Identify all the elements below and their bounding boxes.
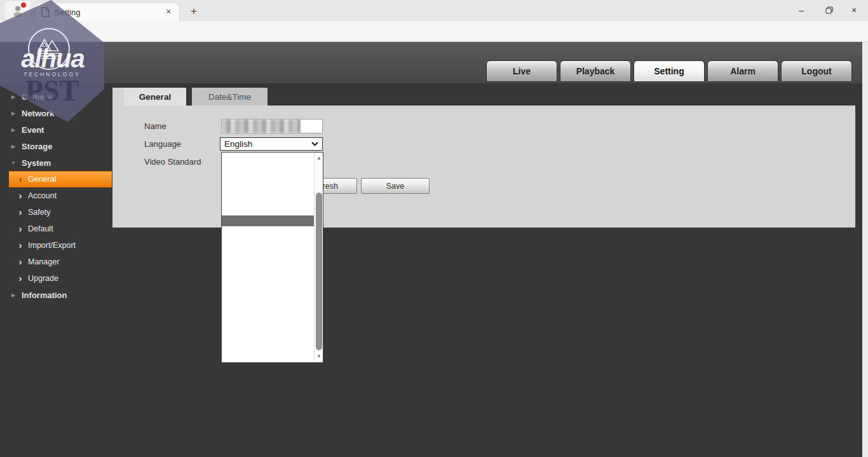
scroll-up-icon[interactable]: ▲ xyxy=(315,154,323,163)
chevron-right-icon: › xyxy=(17,258,24,266)
scroll-down-icon[interactable]: ▼ xyxy=(315,352,323,361)
nav-button-logout[interactable]: Logout xyxy=(781,60,852,82)
name-input[interactable] xyxy=(221,119,323,133)
language-option[interactable] xyxy=(222,257,314,268)
chevron-right-icon: › xyxy=(17,225,24,233)
sidebar-item-network[interactable]: ▶ Network xyxy=(0,105,112,121)
language-option[interactable] xyxy=(222,341,314,352)
sidebar-item-account[interactable]: › Account xyxy=(0,188,112,204)
dropdown-scrollbar[interactable]: ▲ ▼ xyxy=(314,153,323,362)
language-dropdown-list: ▲ ▼ xyxy=(221,152,323,363)
expanded-arrow-icon: ▼ xyxy=(9,160,18,166)
chevron-right-icon: › xyxy=(17,208,24,216)
language-option[interactable] xyxy=(222,278,314,289)
tab-title: Setting xyxy=(55,8,163,17)
sidebar-item-general[interactable]: › General xyxy=(9,171,112,188)
browser-window: Setting × + – × 不安全 xyxy=(0,0,868,457)
chevron-down-icon xyxy=(311,142,318,146)
sidebar: ▶ Camera ▶ Network ▶ Event ▶ Storage ▼ S… xyxy=(0,88,112,303)
chevron-right-icon: › xyxy=(17,242,24,249)
nav-button-alarm[interactable]: Alarm xyxy=(707,60,778,82)
video-standard-label: Video Standard xyxy=(144,157,201,167)
language-option[interactable] xyxy=(222,184,314,195)
sidebar-item-manager[interactable]: › Manager xyxy=(0,254,112,270)
sidebar-item-information[interactable]: ▶ Information xyxy=(0,287,112,303)
language-option[interactable] xyxy=(222,331,314,342)
browser-scrollbar[interactable] xyxy=(862,42,868,457)
browser-profile-button[interactable] xyxy=(5,1,31,20)
browser-tab-setting[interactable]: Setting × xyxy=(36,3,179,21)
language-option[interactable] xyxy=(222,205,314,216)
nav-button-live[interactable]: Live xyxy=(486,60,557,82)
name-label: Name xyxy=(144,121,166,131)
window-restore-button[interactable] xyxy=(815,0,843,20)
language-select-value: English xyxy=(224,139,311,149)
language-option[interactable] xyxy=(222,163,314,174)
language-options xyxy=(222,153,314,362)
notification-dot-icon xyxy=(21,3,26,8)
chevron-right-icon: › xyxy=(17,275,24,282)
redacted-value xyxy=(222,119,301,133)
tab-close-icon[interactable]: × xyxy=(163,6,174,18)
language-option[interactable] xyxy=(222,215,314,226)
nav-button-setting[interactable]: Setting xyxy=(634,60,705,82)
language-option[interactable] xyxy=(222,310,314,321)
collapsed-arrow-icon: ▶ xyxy=(9,111,18,116)
tab-date-time[interactable]: Date&Time xyxy=(192,88,268,106)
chevron-right-icon: › xyxy=(17,175,24,183)
sidebar-item-default[interactable]: › Default xyxy=(0,221,112,237)
collapsed-arrow-icon: ▶ xyxy=(9,94,18,100)
browser-addressbar: 不安全 192.168.1.108 A) e xyxy=(0,21,868,42)
language-option[interactable] xyxy=(222,226,314,237)
tab-general[interactable]: General xyxy=(124,88,186,106)
language-option[interactable] xyxy=(222,174,314,184)
collapsed-arrow-icon: ▶ xyxy=(9,127,18,133)
language-option[interactable] xyxy=(222,299,314,310)
language-option[interactable] xyxy=(222,247,314,258)
sidebar-item-system[interactable]: ▼ System xyxy=(0,154,112,171)
language-option[interactable] xyxy=(222,320,314,331)
sidebar-item-event[interactable]: ▶ Event xyxy=(0,121,112,138)
collapsed-arrow-icon: ▶ xyxy=(9,292,18,298)
restore-icon xyxy=(825,6,833,14)
language-option[interactable] xyxy=(222,153,314,163)
language-option[interactable] xyxy=(222,236,314,247)
browser-titlebar: Setting × + – × xyxy=(0,0,868,21)
panel-corner xyxy=(112,88,124,106)
page-icon xyxy=(41,7,50,17)
language-option[interactable] xyxy=(222,268,314,279)
new-tab-button[interactable]: + xyxy=(187,4,201,18)
language-label: Language xyxy=(144,139,181,149)
language-select[interactable]: English xyxy=(220,137,323,151)
window-close-button[interactable]: × xyxy=(840,0,868,20)
collapsed-arrow-icon: ▶ xyxy=(9,144,18,149)
language-option[interactable] xyxy=(222,289,314,300)
nav-button-playback[interactable]: Playback xyxy=(560,60,631,82)
sidebar-item-safety[interactable]: › Safety xyxy=(0,204,112,221)
sidebar-item-storage[interactable]: ▶ Storage xyxy=(0,138,112,154)
sidebar-item-import-export[interactable]: › Import/Export xyxy=(0,237,112,254)
save-button[interactable]: Save xyxy=(361,178,430,194)
language-option[interactable] xyxy=(222,352,314,363)
scrollbar-thumb[interactable] xyxy=(316,193,322,350)
window-minimize-button[interactable]: – xyxy=(787,0,815,20)
chevron-right-icon: › xyxy=(17,192,24,200)
sidebar-item-camera[interactable]: ▶ Camera xyxy=(0,88,112,105)
sidebar-item-upgrade[interactable]: › Upgrade xyxy=(0,270,112,287)
language-option[interactable] xyxy=(222,194,314,205)
